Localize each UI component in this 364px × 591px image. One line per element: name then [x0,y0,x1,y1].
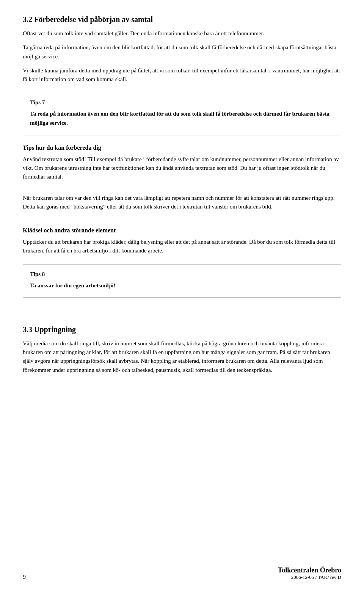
paragraph-1: Oftast vet du som tolk inte vad samtalet… [23,29,341,38]
footer-page-number: 9 [23,574,26,580]
paragraph-2: Ta gärna reda på information, även om de… [23,43,341,61]
tip8-body: Ta ansvar för din egen arbetsmiljö! [30,281,334,290]
subsection2-heading: Klädsel och andra störande element [23,227,341,234]
footer-right: Tolkcentralen Örebro 2006-12-05 / TAK/ r… [278,566,341,580]
paragraph-3: Vi skulle kunna jämföra detta med uppdra… [23,66,341,84]
section-33-heading: 3.3 Uppringning [23,325,341,334]
footer-meta: 2006-12-05 / TAK/ rev D [278,574,341,580]
paragraph-6: Upptäcker du att brukaren har brokiga kl… [23,238,341,256]
paragraph-7: Välj media som du skall ringa till, skri… [23,339,341,375]
section-32-heading: 3.2 Förberedelse vid påbörjan av samtal [23,15,341,24]
tip8-title: Tips 8 [30,271,334,277]
tip7-title: Tips 7 [30,99,334,106]
footer: 9 Tolkcentralen Örebro 2006-12-05 / TAK/… [23,566,341,580]
footer-brand: Tolkcentralen Örebro [278,566,341,574]
subsection1-heading: Tips hur du kan förbereda dig [23,144,341,151]
tip8-box: Tips 8 Ta ansvar för din egen arbetsmilj… [23,265,341,298]
paragraph-4: Använd textrutan som stöd! Till exempel … [23,155,341,182]
paragraph-5: När brukaren talar om var den vill ringa… [23,194,341,212]
tip7-box: Tips 7 Ta reda på information även om de… [23,93,341,135]
tip7-body: Ta reda på information även om den blir … [30,110,334,127]
